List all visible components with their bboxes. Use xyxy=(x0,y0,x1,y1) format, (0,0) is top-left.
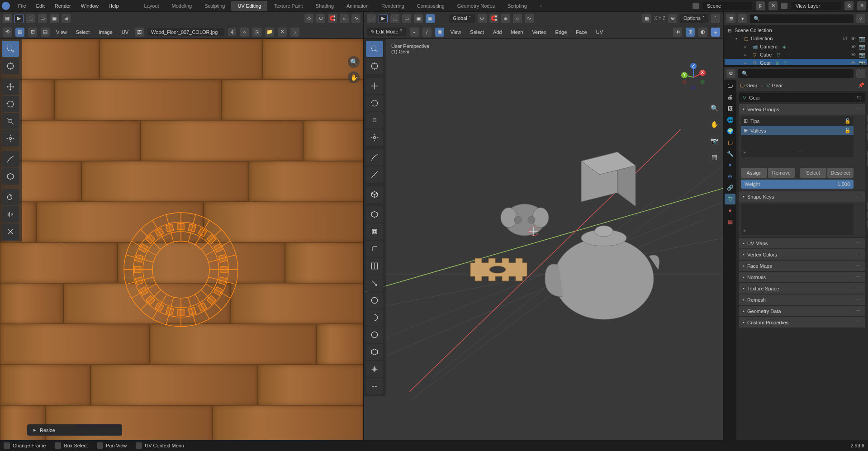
proportional-icon[interactable]: ○ xyxy=(340,14,349,23)
vp-menu-vertex[interactable]: Vertex xyxy=(529,28,549,36)
vp-select-tool-icon[interactable] xyxy=(366,41,383,57)
tab-rendering[interactable]: Rendering xyxy=(375,1,411,11)
eye-icon[interactable]: 👁 xyxy=(851,60,857,66)
ptab-modifier-icon[interactable]: 🔧 xyxy=(725,148,735,159)
panel-texture space[interactable]: ▸Texture Space⋯ xyxy=(739,283,865,294)
props-search[interactable]: 🔍 xyxy=(738,69,854,78)
outliner-search[interactable]: 🔍 xyxy=(750,14,854,23)
tab-modeling[interactable]: Modeling xyxy=(166,1,199,11)
ptab-particles-icon[interactable]: ✦ xyxy=(725,160,735,171)
display-mode-icon[interactable]: ▦ xyxy=(15,28,24,37)
select-face-3d-icon[interactable]: ▣ xyxy=(435,28,444,37)
panel-normals[interactable]: ▸Normals⋯ xyxy=(739,272,865,282)
camera-view-icon[interactable]: 📷 xyxy=(708,135,720,147)
blender-logo-icon[interactable] xyxy=(2,2,10,10)
zoom-icon[interactable]: 🔍 xyxy=(348,56,360,68)
uv-menu-image[interactable]: Image xyxy=(96,28,115,36)
vp-annotate-tool-icon[interactable] xyxy=(366,149,383,166)
panel-face maps[interactable]: ▸Face Maps⋯ xyxy=(739,261,865,271)
orientation-dropdown[interactable]: Global ˅ xyxy=(449,14,475,23)
vp-measure-tool-icon[interactable] xyxy=(366,166,383,183)
vp-spin-tool-icon[interactable] xyxy=(366,309,383,326)
relax-tool-icon[interactable] xyxy=(2,206,19,223)
vp-menu-face[interactable]: Face xyxy=(573,28,589,36)
ptab-texture-icon[interactable]: ▦ xyxy=(725,216,735,227)
image-users-count[interactable]: 4 xyxy=(228,28,236,36)
vg-item-valleys[interactable]: ⊞ Valleys 🔓 xyxy=(741,126,854,135)
scene-new-icon[interactable]: ⎘ xyxy=(756,1,765,10)
vp-loopcut-tool-icon[interactable] xyxy=(366,258,383,274)
deselect-button[interactable]: Deselect xyxy=(827,168,854,178)
chevron-right-icon[interactable]: ▸ xyxy=(744,149,746,155)
uv-menu-select[interactable]: Select xyxy=(73,28,93,36)
panel-menu-icon[interactable]: ⋯ xyxy=(856,297,862,303)
image-name-field[interactable]: Wood_Floor_007_COLOR.jpg xyxy=(147,28,224,36)
overlay-icon[interactable]: ⊞ xyxy=(28,28,37,37)
props-type-icon[interactable]: ⚙ xyxy=(726,69,735,78)
viewport-canvas[interactable]: User Perspective (1) Gear X Y Z xyxy=(364,39,723,440)
select-island-icon[interactable]: ⊞ xyxy=(62,14,71,23)
grab-tool-icon[interactable] xyxy=(2,189,19,205)
panel-custom properties[interactable]: ▸Custom Properties⋯ xyxy=(739,317,865,328)
render-icon[interactable]: 📷 xyxy=(859,36,865,42)
tree-item-camera[interactable]: ▸ 📹 Camera ◈ 👁📷 xyxy=(725,43,867,51)
rip-tool-icon[interactable] xyxy=(2,168,19,185)
vp-menu-view[interactable]: View xyxy=(448,28,464,36)
mode-play-icon[interactable]: ▶ xyxy=(379,14,388,23)
tree-scene-collection[interactable]: ⊟ Scene Collection xyxy=(725,26,867,34)
snap-type-icon[interactable]: ⊞ xyxy=(501,14,510,23)
perspective-toggle-icon[interactable]: ▦ xyxy=(708,151,720,163)
data-name-field[interactable]: ▽ Gear 🛡 xyxy=(739,93,865,102)
grip-icon[interactable]: ⋯ xyxy=(797,228,802,233)
tab-texture-paint[interactable]: Texture Paint xyxy=(267,1,309,11)
ptab-render-icon[interactable]: 🖵 xyxy=(725,81,735,91)
menu-render[interactable]: Render xyxy=(50,1,76,10)
vertex-groups-header[interactable]: ▾ Vertex Groups ⋯ xyxy=(739,104,865,114)
scene-name-field[interactable]: Scene xyxy=(702,2,752,10)
vp-inset-tool-icon[interactable] xyxy=(366,223,383,240)
panel-geometry data[interactable]: ▸Geometry Data⋯ xyxy=(739,306,865,316)
lock-icon[interactable]: 🔓 xyxy=(844,118,851,124)
outliner-display-icon[interactable]: ▾ xyxy=(738,14,747,23)
snap-3d-icon[interactable]: 🧲 xyxy=(489,14,498,23)
menu-edit[interactable]: Edit xyxy=(32,1,49,10)
falloff-3d-icon[interactable]: ∿ xyxy=(525,14,534,23)
image-open-icon[interactable]: 📁 xyxy=(265,28,274,37)
lock-icon[interactable]: 🔓 xyxy=(844,128,851,133)
rotate-tool-icon[interactable] xyxy=(2,96,19,112)
vp-knife-tool-icon[interactable] xyxy=(366,275,383,291)
vp-menu-edge[interactable]: Edge xyxy=(553,28,570,36)
select-vert-icon[interactable]: ⬚ xyxy=(26,14,35,23)
render-icon[interactable]: 📷 xyxy=(859,60,865,66)
panel-menu-icon[interactable]: ⋯ xyxy=(856,285,862,291)
vg-item-tips[interactable]: ⊞ Tips 🔓 xyxy=(741,116,854,126)
checkbox-icon[interactable]: ☑ xyxy=(843,36,849,42)
select-face-icon[interactable]: ▣ xyxy=(50,14,59,23)
fake-user-icon[interactable]: 🛡 xyxy=(857,95,862,100)
viewlayer-browse-icon[interactable] xyxy=(781,3,787,9)
image-browse-icon[interactable]: 🖼 xyxy=(135,28,144,37)
panel-remesh[interactable]: ▸Remesh⋯ xyxy=(739,294,865,305)
proportional-3d-icon[interactable]: ○ xyxy=(513,14,522,23)
grip-icon[interactable]: ⋯ xyxy=(797,149,802,155)
panel-menu-icon[interactable]: ⋯ xyxy=(856,106,862,112)
ptab-material-icon[interactable]: ● xyxy=(725,205,735,216)
viewlayer-delete-icon[interactable]: ✕ xyxy=(857,1,866,10)
editor-type-icon[interactable]: ▦ xyxy=(3,14,12,23)
chevron-right-icon[interactable]: ▸ xyxy=(745,61,750,65)
expand-icon[interactable]: › xyxy=(290,28,299,37)
pin-icon[interactable]: 📌 xyxy=(858,82,864,88)
vert-select-icon[interactable]: ⬚ xyxy=(390,14,399,23)
vp-cursor-tool-icon[interactable] xyxy=(366,58,383,74)
display-channels-icon[interactable]: ▤ xyxy=(41,28,50,37)
assign-button[interactable]: Assign xyxy=(741,168,767,178)
uv-sync-icon[interactable]: ▶ xyxy=(14,14,24,23)
panel-menu-icon[interactable]: ⋯ xyxy=(856,319,862,325)
vp-rip-tool-icon[interactable] xyxy=(366,378,383,394)
vp-transform-tool-icon[interactable] xyxy=(366,129,383,146)
panel-menu-icon[interactable]: ⋯ xyxy=(856,263,862,269)
eye-icon[interactable]: 👁 xyxy=(851,36,857,42)
scene-browse-icon[interactable] xyxy=(693,3,699,9)
tab-sculpting[interactable]: Sculpting xyxy=(198,1,231,11)
face-select-active-icon[interactable]: ▣ xyxy=(426,14,435,23)
